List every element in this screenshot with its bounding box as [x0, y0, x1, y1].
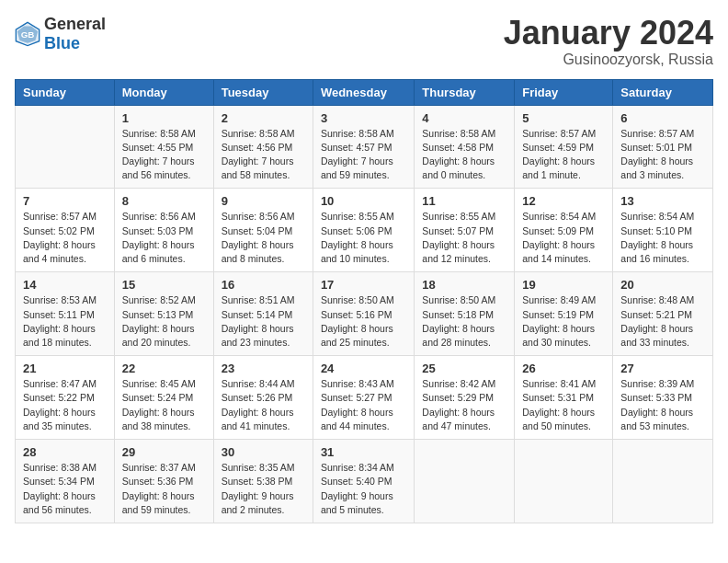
day-number: 11	[422, 194, 506, 208]
day-details: Sunrise: 8:43 AM Sunset: 5:27 PM Dayligh…	[321, 377, 406, 433]
day-number: 12	[522, 194, 605, 208]
day-details: Sunrise: 8:54 AM Sunset: 5:10 PM Dayligh…	[620, 210, 705, 266]
day-number: 24	[321, 362, 406, 375]
calendar-cell: 31Sunrise: 8:34 AM Sunset: 5:40 PM Dayli…	[313, 440, 414, 523]
day-details: Sunrise: 8:49 AM Sunset: 5:19 PM Dayligh…	[522, 293, 605, 350]
calendar-cell: 2Sunrise: 8:58 AM Sunset: 4:56 PM Daylig…	[213, 105, 313, 189]
day-number: 23	[222, 362, 305, 375]
day-number: 18	[422, 278, 506, 292]
day-details: Sunrise: 8:57 AM Sunset: 5:01 PM Dayligh…	[620, 127, 705, 183]
svg-text:GB: GB	[21, 29, 35, 40]
title-block: January 2024 Gusinoozyorsk, Russia	[504, 15, 713, 68]
column-header-thursday: Thursday	[415, 79, 515, 105]
column-header-saturday: Saturday	[613, 79, 713, 105]
day-details: Sunrise: 8:54 AM Sunset: 5:09 PM Dayligh…	[522, 210, 605, 266]
calendar-cell: 3Sunrise: 8:58 AM Sunset: 4:57 PM Daylig…	[313, 105, 414, 189]
calendar-cell: 30Sunrise: 8:35 AM Sunset: 5:38 PM Dayli…	[213, 440, 313, 523]
calendar-cell: 24Sunrise: 8:43 AM Sunset: 5:27 PM Dayli…	[313, 356, 414, 440]
calendar-cell: 16Sunrise: 8:51 AM Sunset: 5:14 PM Dayli…	[213, 272, 313, 356]
logo-general: General	[44, 15, 106, 33]
day-number: 7	[23, 194, 107, 208]
page-header: GB General Blue January 2024 Gusinoozyor…	[15, 15, 713, 68]
day-number: 3	[321, 111, 406, 125]
day-details: Sunrise: 8:58 AM Sunset: 4:57 PM Dayligh…	[321, 127, 406, 183]
calendar-week-row: 1Sunrise: 8:58 AM Sunset: 4:55 PM Daylig…	[16, 105, 713, 189]
calendar-cell: 14Sunrise: 8:53 AM Sunset: 5:11 PM Dayli…	[16, 272, 115, 356]
calendar-cell: 5Sunrise: 8:57 AM Sunset: 4:59 PM Daylig…	[515, 105, 613, 189]
location-title: Gusinoozyorsk, Russia	[504, 52, 713, 68]
day-details: Sunrise: 8:44 AM Sunset: 5:26 PM Dayligh…	[222, 377, 305, 433]
day-number: 14	[23, 278, 107, 292]
calendar-cell	[16, 105, 115, 189]
calendar-cell: 11Sunrise: 8:55 AM Sunset: 5:07 PM Dayli…	[415, 189, 515, 272]
day-number: 9	[222, 194, 305, 208]
calendar-cell: 22Sunrise: 8:45 AM Sunset: 5:24 PM Dayli…	[114, 356, 213, 440]
day-details: Sunrise: 8:37 AM Sunset: 5:36 PM Dayligh…	[122, 461, 206, 517]
calendar-cell: 25Sunrise: 8:42 AM Sunset: 5:29 PM Dayli…	[415, 356, 515, 440]
calendar-cell: 12Sunrise: 8:54 AM Sunset: 5:09 PM Dayli…	[515, 189, 613, 272]
day-details: Sunrise: 8:42 AM Sunset: 5:29 PM Dayligh…	[422, 377, 506, 433]
day-details: Sunrise: 8:53 AM Sunset: 5:11 PM Dayligh…	[23, 293, 107, 350]
day-details: Sunrise: 8:58 AM Sunset: 4:55 PM Dayligh…	[122, 127, 206, 183]
calendar-cell	[613, 440, 713, 523]
day-number: 25	[422, 362, 506, 375]
day-number: 5	[522, 111, 605, 125]
day-number: 22	[122, 362, 206, 375]
day-details: Sunrise: 8:51 AM Sunset: 5:14 PM Dayligh…	[222, 293, 305, 350]
column-header-monday: Monday	[114, 79, 213, 105]
calendar-cell: 21Sunrise: 8:47 AM Sunset: 5:22 PM Dayli…	[16, 356, 115, 440]
logo: GB General Blue	[15, 15, 106, 53]
column-header-tuesday: Tuesday	[213, 79, 313, 105]
calendar-cell: 9Sunrise: 8:56 AM Sunset: 5:04 PM Daylig…	[213, 189, 313, 272]
calendar-cell: 1Sunrise: 8:58 AM Sunset: 4:55 PM Daylig…	[114, 105, 213, 189]
day-number: 26	[522, 362, 605, 375]
calendar-cell: 15Sunrise: 8:52 AM Sunset: 5:13 PM Dayli…	[114, 272, 213, 356]
column-header-sunday: Sunday	[16, 79, 115, 105]
day-number: 4	[422, 111, 506, 125]
calendar-cell: 13Sunrise: 8:54 AM Sunset: 5:10 PM Dayli…	[613, 189, 713, 272]
day-details: Sunrise: 8:47 AM Sunset: 5:22 PM Dayligh…	[23, 377, 107, 433]
day-details: Sunrise: 8:50 AM Sunset: 5:16 PM Dayligh…	[321, 293, 406, 350]
calendar-cell: 27Sunrise: 8:39 AM Sunset: 5:33 PM Dayli…	[613, 356, 713, 440]
day-number: 30	[222, 445, 305, 459]
day-number: 17	[321, 278, 406, 292]
day-details: Sunrise: 8:57 AM Sunset: 5:02 PM Dayligh…	[23, 210, 107, 266]
calendar-cell: 10Sunrise: 8:55 AM Sunset: 5:06 PM Dayli…	[313, 189, 414, 272]
calendar-cell: 19Sunrise: 8:49 AM Sunset: 5:19 PM Dayli…	[515, 272, 613, 356]
day-number: 31	[321, 445, 406, 459]
day-details: Sunrise: 8:58 AM Sunset: 4:58 PM Dayligh…	[422, 127, 506, 183]
calendar-cell: 17Sunrise: 8:50 AM Sunset: 5:16 PM Dayli…	[313, 272, 414, 356]
day-number: 29	[122, 445, 206, 459]
calendar-cell: 23Sunrise: 8:44 AM Sunset: 5:26 PM Dayli…	[213, 356, 313, 440]
day-number: 13	[620, 194, 705, 208]
day-number: 16	[222, 278, 305, 292]
day-details: Sunrise: 8:56 AM Sunset: 5:03 PM Dayligh…	[122, 210, 206, 266]
day-details: Sunrise: 8:52 AM Sunset: 5:13 PM Dayligh…	[122, 293, 206, 350]
day-number: 21	[23, 362, 107, 375]
day-details: Sunrise: 8:41 AM Sunset: 5:31 PM Dayligh…	[522, 377, 605, 433]
month-title: January 2024	[504, 15, 713, 52]
calendar-cell: 7Sunrise: 8:57 AM Sunset: 5:02 PM Daylig…	[16, 189, 115, 272]
day-details: Sunrise: 8:55 AM Sunset: 5:06 PM Dayligh…	[321, 210, 406, 266]
day-number: 15	[122, 278, 206, 292]
calendar-cell: 20Sunrise: 8:48 AM Sunset: 5:21 PM Dayli…	[613, 272, 713, 356]
column-header-wednesday: Wednesday	[313, 79, 414, 105]
logo-text: General Blue	[44, 15, 106, 53]
day-details: Sunrise: 8:45 AM Sunset: 5:24 PM Dayligh…	[122, 377, 206, 433]
day-details: Sunrise: 8:39 AM Sunset: 5:33 PM Dayligh…	[620, 377, 705, 433]
day-number: 27	[620, 362, 705, 375]
day-number: 6	[620, 111, 705, 125]
day-details: Sunrise: 8:58 AM Sunset: 4:56 PM Dayligh…	[222, 127, 305, 183]
calendar-cell: 18Sunrise: 8:50 AM Sunset: 5:18 PM Dayli…	[415, 272, 515, 356]
day-number: 19	[522, 278, 605, 292]
column-header-friday: Friday	[515, 79, 613, 105]
calendar-week-row: 14Sunrise: 8:53 AM Sunset: 5:11 PM Dayli…	[16, 272, 713, 356]
calendar-cell: 26Sunrise: 8:41 AM Sunset: 5:31 PM Dayli…	[515, 356, 613, 440]
calendar-week-row: 7Sunrise: 8:57 AM Sunset: 5:02 PM Daylig…	[16, 189, 713, 272]
calendar-cell	[415, 440, 515, 523]
calendar-cell: 8Sunrise: 8:56 AM Sunset: 5:03 PM Daylig…	[114, 189, 213, 272]
day-number: 20	[620, 278, 705, 292]
day-number: 2	[222, 111, 305, 125]
day-number: 28	[23, 445, 107, 459]
day-details: Sunrise: 8:56 AM Sunset: 5:04 PM Dayligh…	[222, 210, 305, 266]
